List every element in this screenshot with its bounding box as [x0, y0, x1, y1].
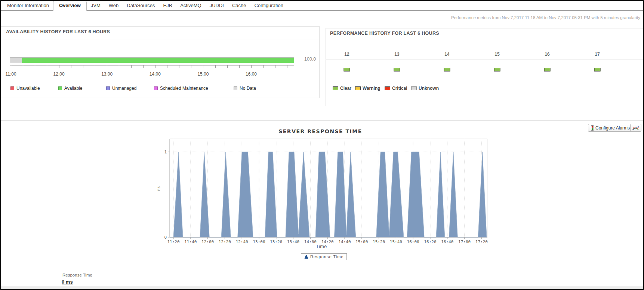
legend-swatch	[154, 86, 158, 90]
ruler-tick	[47, 65, 47, 68]
tab-jvm[interactable]: JVM	[87, 1, 105, 10]
tab-overview[interactable]: Overview	[53, 0, 87, 11]
legend-swatch	[385, 86, 390, 90]
ruler-tick	[83, 65, 83, 68]
availability-hour-label: 13:00	[101, 71, 113, 77]
tab-monitor-information[interactable]: Monitor Information	[3, 1, 53, 10]
app-window: Monitor InformationOverviewJVMWebDataSou…	[0, 0, 644, 290]
section-divider-chart	[1, 120, 644, 121]
ruler-tick	[191, 65, 191, 68]
tab-activemq[interactable]: ActiveMQ	[176, 1, 205, 10]
ruler-tick	[167, 65, 167, 68]
availability-panel-border-right	[319, 26, 320, 98]
mini-chart-icon	[632, 125, 640, 130]
x-tick-label: 11:40	[184, 239, 197, 244]
legend-swatch	[10, 86, 14, 90]
ruler-tick	[35, 65, 35, 68]
bottom-strip	[1, 286, 643, 290]
x-tick-label: 17:20	[475, 239, 488, 244]
metrics-period-note: Performance metrics from Nov 7,2017 11:1…	[451, 15, 640, 20]
ruler-tick	[59, 65, 59, 68]
ruler-tick	[275, 65, 275, 68]
ruler-tick	[11, 65, 11, 68]
legend-label: Critical	[392, 86, 407, 91]
performance-hour-label-17: 17	[595, 52, 600, 57]
ruler-tick	[119, 65, 119, 68]
performance-hours-divider	[326, 59, 644, 60]
traffic-light-icon	[591, 125, 594, 131]
availability-panel-title: AVAILABILITY HISTORY FOR LAST 6 HOURS	[6, 29, 110, 34]
performance-hour-label-12: 12	[344, 52, 349, 57]
tab-cache[interactable]: Cache	[228, 1, 250, 10]
x-tick-label: 16:00	[407, 239, 419, 244]
chart-legend-label: Response Time	[310, 254, 343, 259]
availability-hour-label: 14:00	[150, 71, 161, 77]
x-tick-label: 12:00	[201, 239, 214, 244]
tab-ejb[interactable]: EJB	[159, 1, 176, 10]
response-time-chart: 0111:2011:4012:0012:2012:4013:0013:2013:…	[154, 132, 494, 251]
footer-metric-label: Response Time	[62, 273, 92, 277]
availability-legend-unavailable: Unavailable	[10, 86, 40, 91]
response-time-area-series	[170, 152, 487, 237]
performance-status-box-14[interactable]	[444, 68, 450, 71]
availability-header-divider	[1, 40, 319, 40]
availability-segment-available	[22, 58, 294, 63]
performance-status-box-13[interactable]	[394, 68, 400, 71]
configure-alarms-label: Configure Alarms	[595, 125, 630, 131]
ruler-tick	[179, 65, 179, 68]
tab-juddi[interactable]: JUDDI	[206, 1, 228, 10]
chart-settings-button[interactable]	[630, 124, 641, 132]
performance-panel-border-left	[326, 28, 326, 106]
x-tick-label: 17:00	[458, 239, 471, 244]
ruler-tick	[251, 65, 252, 68]
ruler-tick	[203, 65, 203, 68]
ruler-tick	[215, 65, 216, 68]
ruler-tick	[287, 65, 287, 68]
performance-legend-warning: Warning	[355, 86, 380, 91]
performance-status-box-17[interactable]	[594, 68, 601, 71]
x-tick-label: 13:00	[253, 239, 265, 244]
x-tick-label: 15:00	[355, 239, 368, 244]
performance-status-box-15[interactable]	[494, 68, 500, 71]
legend-swatch	[355, 86, 361, 90]
configure-alarms-button[interactable]: Configure Alarms	[588, 124, 633, 132]
performance-status-box-12[interactable]	[344, 68, 350, 71]
availability-time-ruler	[10, 65, 294, 68]
legend-swatch	[234, 86, 237, 90]
performance-header-divider	[326, 42, 622, 42]
x-tick-label: 13:20	[270, 239, 282, 244]
availability-panel-border-top	[1, 26, 319, 27]
legend-label: Unavailable	[16, 86, 40, 91]
performance-hour-label-13: 13	[394, 52, 399, 57]
availability-hour-label: 16:00	[246, 71, 257, 77]
performance-panel-border-bottom	[326, 106, 644, 106]
ruler-tick	[227, 65, 228, 68]
ruler-tick	[107, 65, 107, 68]
availability-hour-label: 11:00	[5, 71, 16, 77]
availability-segment-no-data	[10, 58, 22, 63]
ruler-tick	[95, 65, 95, 68]
x-tick-label: 12:20	[219, 239, 231, 244]
ruler-tick	[263, 65, 264, 68]
performance-panel-title: PERFORMANCE HISTORY FOR LAST 6 HOURS	[330, 31, 439, 36]
availability-legend-unmanaged: Unmanaged	[106, 86, 136, 91]
footer-metric-value-link[interactable]: 0 ms	[62, 279, 73, 285]
performance-status-box-16[interactable]	[544, 68, 551, 71]
tab-configuration[interactable]: Configuration	[250, 1, 287, 10]
x-tick-label: 14:40	[338, 239, 351, 244]
tab-datasources[interactable]: DataSources	[123, 1, 159, 10]
legend-label: Available	[64, 86, 82, 91]
legend-swatch	[58, 86, 62, 90]
legend-label: Unknown	[419, 86, 439, 91]
tab-web[interactable]: Web	[105, 1, 123, 10]
availability-hour-label: 12:00	[53, 71, 65, 77]
tab-bar: Monitor InformationOverviewJVMWebDataSou…	[1, 1, 643, 11]
ruler-tick	[71, 65, 71, 68]
performance-legend-critical: Critical	[385, 86, 407, 91]
performance-hour-label-16: 16	[545, 52, 549, 57]
performance-hour-label-14: 14	[444, 52, 449, 57]
availability-legend-no-data: No Data	[234, 86, 256, 91]
ruler-tick	[131, 65, 132, 68]
performance-legend-clear: Clear	[333, 86, 351, 91]
y-axis-title: ms	[156, 186, 161, 191]
